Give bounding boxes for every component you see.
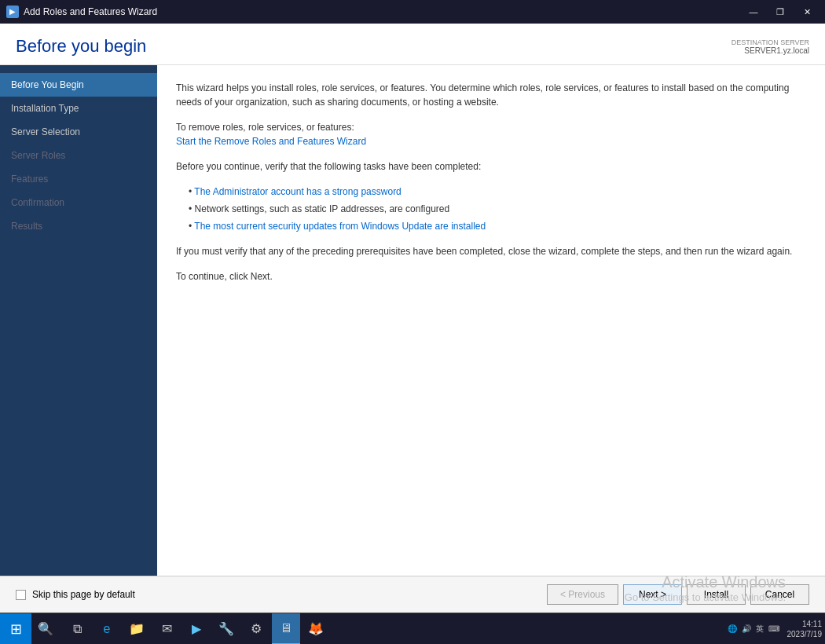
- taskbar-server-icon[interactable]: ⚙: [242, 613, 270, 645]
- taskbar-firefox-icon[interactable]: 🦊: [302, 613, 330, 645]
- taskbar-powershell-icon[interactable]: ▶: [182, 613, 211, 645]
- taskbar-time-display: 14:11: [787, 619, 823, 629]
- page-title: Before you begin: [16, 36, 146, 57]
- previous-button[interactable]: < Previous: [547, 584, 618, 605]
- taskbar-apps: ⧉ e 📁 ✉ ▶ 🔧 ⚙ 🖥 🦊: [63, 613, 330, 645]
- taskbar-ie-icon[interactable]: e: [93, 613, 121, 645]
- sidebar-item-results: Results: [0, 214, 157, 238]
- footer-left: Skip this page by default: [16, 589, 547, 600]
- remove-roles-link[interactable]: Start the Remove Roles and Features Wiza…: [176, 136, 366, 147]
- destination-server: DESTINATION SERVER SERVER1.yz.local: [732, 38, 809, 55]
- sidebar-item-confirmation: Confirmation: [0, 191, 157, 214]
- bullet-item-1: The Administrator account has a strong p…: [182, 185, 806, 199]
- restore-button[interactable]: ❐: [768, 4, 792, 20]
- taskbar-right: 🌐 🔊 英 ⌨ 14:11 2023/7/19: [723, 619, 826, 639]
- sidebar: Before You Begin Installation Type Serve…: [0, 65, 157, 576]
- taskbar-app1-icon[interactable]: 🔧: [212, 613, 240, 645]
- taskbar-date-display: 2023/7/19: [787, 629, 823, 639]
- paragraph-intro: This wizard helps you install roles, rol…: [176, 81, 806, 109]
- wizard-window: Before you begin DESTINATION SERVER SERV…: [0, 24, 825, 613]
- taskbar-explorer-icon[interactable]: 📁: [123, 613, 151, 645]
- sidebar-item-installation-type[interactable]: Installation Type: [0, 97, 157, 120]
- sidebar-item-server-roles: Server Roles: [0, 144, 157, 167]
- install-button[interactable]: Install: [687, 584, 746, 605]
- taskbar-volume-icon: 🔊: [742, 624, 751, 633]
- taskbar-input-icon: ⌨: [768, 624, 779, 633]
- verify-text: Before you continue, verify that the fol…: [176, 159, 806, 174]
- window-controls: — ❐ ✕: [742, 4, 819, 20]
- destination-label: DESTINATION SERVER: [732, 38, 809, 46]
- bullet-list: The Administrator account has a strong p…: [182, 185, 806, 233]
- titlebar: ▶ Add Roles and Features Wizard — ❐ ✕: [0, 0, 825, 24]
- next-button[interactable]: Next >: [623, 584, 682, 605]
- footer-buttons: < Previous Next > Install Cancel: [547, 584, 809, 605]
- window-title: Add Roles and Features Wizard: [24, 6, 742, 17]
- taskbar-language-icon: 英: [756, 624, 764, 635]
- continue-text: To continue, click Next.: [176, 269, 806, 284]
- bullet-item-3: The most current security updates from W…: [182, 219, 806, 233]
- page-header: Before you begin DESTINATION SERVER SERV…: [0, 24, 825, 65]
- taskbar-clock[interactable]: 14:11 2023/7/19: [787, 619, 823, 639]
- prerequisite-text: If you must verify that any of the prece…: [176, 244, 806, 258]
- wizard-body: Before You Begin Installation Type Serve…: [0, 65, 825, 576]
- taskbar-wizard-icon[interactable]: 🖥: [272, 613, 300, 645]
- main-content: This wizard helps you install roles, rol…: [157, 65, 825, 576]
- remove-text: To remove roles, role services, or featu…: [176, 120, 806, 148]
- taskbar-network-icon: 🌐: [728, 624, 737, 633]
- minimize-button[interactable]: —: [742, 4, 765, 20]
- taskbar-mail-icon[interactable]: ✉: [152, 613, 181, 645]
- sidebar-item-server-selection[interactable]: Server Selection: [0, 120, 157, 144]
- app-icon: ▶: [6, 5, 19, 18]
- skip-page-checkbox[interactable]: [16, 590, 26, 600]
- start-button[interactable]: ⊞: [0, 613, 31, 645]
- taskbar-system-icons: 🌐 🔊 英 ⌨: [723, 624, 784, 635]
- skip-page-label: Skip this page by default: [32, 589, 135, 600]
- taskbar-search-icon[interactable]: 🔍: [31, 613, 60, 645]
- sidebar-item-before-you-begin[interactable]: Before You Begin: [0, 73, 157, 97]
- wizard-footer: Skip this page by default < Previous Nex…: [0, 576, 825, 613]
- destination-server-name: SERVER1.yz.local: [732, 46, 809, 55]
- taskbar-task-view[interactable]: ⧉: [63, 613, 91, 645]
- sidebar-item-features: Features: [0, 167, 157, 191]
- taskbar: ⊞ 🔍 ⧉ e 📁 ✉ ▶ 🔧 ⚙ 🖥 🦊 🌐 🔊 英 ⌨ 14:11 2023…: [0, 613, 825, 644]
- cancel-button[interactable]: Cancel: [750, 584, 809, 605]
- bullet-item-2: Network settings, such as static IP addr…: [182, 202, 806, 216]
- close-button[interactable]: ✕: [795, 4, 819, 20]
